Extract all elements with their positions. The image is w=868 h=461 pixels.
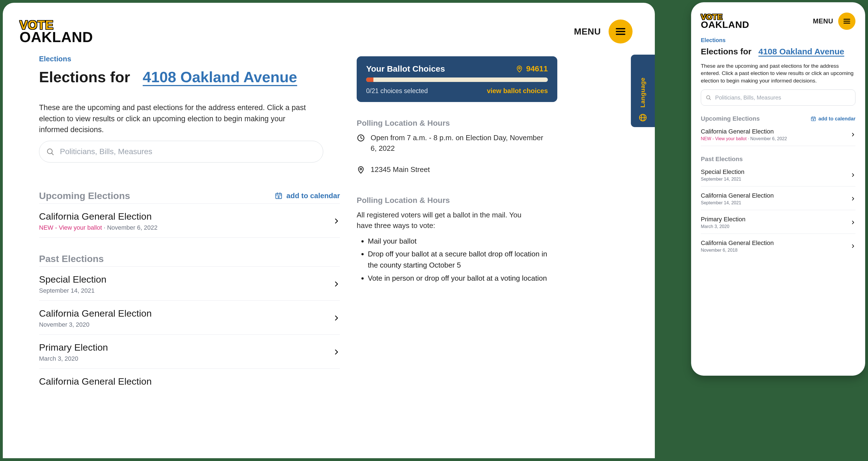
polling-bullets: Mail your ballot Drop off your ballot at… <box>357 236 557 284</box>
election-name: California General Election <box>39 308 152 319</box>
menu-label: MENU <box>813 17 833 25</box>
page-title-prefix: Elections for <box>701 47 751 56</box>
add-to-calendar-label: add to calendar <box>818 116 856 122</box>
language-tab[interactable]: Language <box>631 55 655 127</box>
chevron-right-icon <box>850 244 856 249</box>
page-title-address[interactable]: 4108 Oakland Avenue <box>143 68 297 85</box>
election-date: November 3, 2020 <box>39 321 152 328</box>
ballot-zip-text: 94611 <box>526 64 548 73</box>
globe-icon <box>639 113 647 122</box>
polling-info-a: Polling Location & Hours Open from 7 a.m… <box>357 119 557 179</box>
election-subline: NEW - View your ballot · November 6, 202… <box>701 136 787 141</box>
election-item[interactable]: California General Election <box>39 369 340 393</box>
election-item[interactable]: California General Election November 3, … <box>39 301 340 335</box>
menu-button[interactable] <box>609 20 632 43</box>
election-item[interactable]: Primary Election March 3, 2020 <box>701 210 856 234</box>
page-title: Elections for 4108 Oakland Avenue <box>701 46 856 57</box>
search-input-wrapper[interactable] <box>701 89 856 105</box>
upcoming-list: California General Election NEW - View y… <box>701 122 856 146</box>
election-name: Primary Election <box>701 216 745 223</box>
intro-text: These are the upcoming and past election… <box>39 102 312 135</box>
hamburger-icon <box>615 26 626 37</box>
ballot-progress <box>366 78 548 82</box>
ballot-zip[interactable]: 94611 <box>516 64 548 73</box>
brand-line2: OAKLAND <box>701 20 749 29</box>
chevron-right-icon <box>333 348 340 356</box>
polling-address: 12345 Main Street <box>371 164 430 175</box>
menu-area: MENU <box>574 20 632 43</box>
chevron-right-icon <box>850 173 856 178</box>
election-item[interactable]: California General Election NEW - View y… <box>701 122 856 146</box>
election-name: Special Election <box>701 168 745 176</box>
election-name: Primary Election <box>39 342 108 353</box>
election-item[interactable]: California General Election September 14… <box>701 186 856 210</box>
election-name: California General Election <box>39 376 152 387</box>
pin-icon <box>516 65 523 73</box>
mobile-viewport: VOTE OAKLAND MENU Elections Elections fo… <box>691 2 865 376</box>
calendar-plus-icon <box>275 192 283 199</box>
polling-bullet: Vote in person or drop off your ballot a… <box>368 273 557 284</box>
search-icon <box>46 148 54 156</box>
past-heading: Past Elections <box>701 156 743 163</box>
page-title-address[interactable]: 4108 Oakland Avenue <box>758 47 844 56</box>
new-badge: NEW - View your ballot <box>39 224 102 231</box>
upcoming-heading-row: Upcoming Elections add to calendar <box>701 115 856 122</box>
menu-button[interactable] <box>838 12 856 30</box>
polling-text: All registered voters will get a ballot … <box>357 210 535 231</box>
search-input[interactable] <box>715 94 851 101</box>
add-to-calendar-label: add to calendar <box>286 191 340 200</box>
election-subline: NEW - View your ballot · November 6, 202… <box>39 224 157 231</box>
election-date: November 6, 2022 <box>107 224 157 231</box>
ballot-count: 0/21 choices selected <box>366 87 428 95</box>
election-item[interactable]: California General Election November 6, … <box>701 234 856 257</box>
polling-heading: Polling Location & Hours <box>357 196 557 205</box>
clock-icon <box>357 134 365 142</box>
past-heading-row: Past Elections <box>701 156 856 163</box>
pin-icon <box>357 165 365 174</box>
brand-logo[interactable]: VOTE OAKLAND <box>20 20 93 43</box>
calendar-plus-icon <box>811 116 816 122</box>
breadcrumb[interactable]: Elections <box>39 55 340 63</box>
intro-text: These are the upcoming and past election… <box>701 62 856 85</box>
svg-line-21 <box>709 99 711 100</box>
brand-logo[interactable]: VOTE OAKLAND <box>701 13 749 29</box>
breadcrumb[interactable]: Elections <box>701 37 856 43</box>
upcoming-list: California General Election NEW - View y… <box>39 204 340 238</box>
chevron-right-icon <box>850 220 856 225</box>
app-header: VOTE OAKLAND MENU <box>701 12 856 30</box>
election-item[interactable]: Primary Election March 3, 2020 <box>39 335 340 369</box>
election-name: California General Election <box>39 211 157 222</box>
search-input[interactable] <box>59 147 316 156</box>
election-date: September 14, 2021 <box>701 177 745 182</box>
election-item[interactable]: California General Election NEW - View y… <box>39 204 340 238</box>
past-list: Special Election September 14, 2021 Cali… <box>701 163 856 257</box>
election-date: November 6, 2018 <box>701 248 774 253</box>
past-heading-row: Past Elections <box>39 253 340 264</box>
polling-open-text: Open from 7 a.m. - 8 p.m. on Election Da… <box>371 133 549 154</box>
ballot-card: Your Ballot Choices 94611 0/21 choices s… <box>357 56 557 102</box>
election-date: September 14, 2021 <box>701 201 774 206</box>
election-date: September 14, 2021 <box>39 287 106 294</box>
past-heading: Past Elections <box>39 253 104 264</box>
main-column: Elections Elections for 4108 Oakland Ave… <box>39 55 340 393</box>
add-to-calendar-button[interactable]: add to calendar <box>275 191 340 200</box>
app-header: VOTE OAKLAND MENU <box>3 3 655 46</box>
election-name: California General Election <box>701 128 787 135</box>
chevron-right-icon <box>333 280 340 288</box>
add-to-calendar-button[interactable]: add to calendar <box>811 116 856 122</box>
election-item[interactable]: Special Election September 14, 2021 <box>701 163 856 186</box>
view-ballot-link[interactable]: view ballot choices <box>487 87 548 95</box>
page-title: Elections for 4108 Oakland Avenue <box>39 68 340 86</box>
svg-point-11 <box>519 67 520 69</box>
search-input-wrapper[interactable] <box>39 141 323 162</box>
election-item[interactable]: Special Election September 14, 2021 <box>39 267 340 301</box>
upcoming-heading: Upcoming Elections <box>701 115 760 122</box>
chevron-right-icon <box>850 196 856 201</box>
chevron-right-icon <box>333 217 340 225</box>
new-badge: NEW - View your ballot <box>701 136 746 141</box>
chevron-right-icon <box>333 314 340 321</box>
polling-info-b: Polling Location & Hours All registered … <box>357 196 557 284</box>
election-date: November 6, 2022 <box>750 136 787 141</box>
hamburger-icon <box>843 17 851 25</box>
svg-point-13 <box>360 168 362 170</box>
